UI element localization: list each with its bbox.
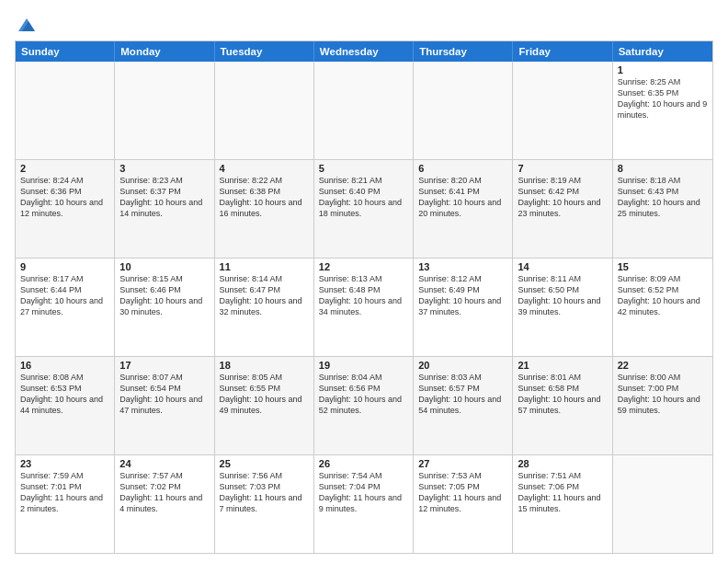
- day-number: 27: [418, 458, 507, 469]
- cal-cell-1-6: 8Sunrise: 8:18 AM Sunset: 6:43 PM Daylig…: [613, 160, 712, 258]
- header-day-tuesday: Tuesday: [215, 41, 314, 62]
- day-number: 17: [119, 360, 209, 371]
- day-number: 6: [418, 163, 507, 174]
- day-number: 13: [418, 261, 507, 272]
- header: [15, 11, 713, 35]
- day-number: 15: [618, 261, 708, 272]
- day-number: 25: [220, 458, 309, 469]
- cell-info: Sunrise: 8:08 AM Sunset: 6:53 PM Dayligh…: [20, 372, 109, 417]
- cal-cell-1-2: 4Sunrise: 8:22 AM Sunset: 6:38 PM Daylig…: [215, 160, 314, 258]
- day-number: 21: [518, 360, 607, 371]
- header-day-wednesday: Wednesday: [314, 41, 414, 62]
- cal-cell-4-6: [613, 455, 712, 553]
- day-number: 9: [20, 261, 109, 272]
- header-day-thursday: Thursday: [414, 41, 513, 62]
- cal-cell-3-6: 22Sunrise: 8:00 AM Sunset: 7:00 PM Dayli…: [613, 357, 712, 454]
- cell-info: Sunrise: 7:54 AM Sunset: 7:04 PM Dayligh…: [319, 470, 408, 515]
- header-day-sunday: Sunday: [16, 41, 115, 62]
- cal-cell-0-3: [314, 62, 414, 159]
- header-day-monday: Monday: [115, 41, 214, 62]
- cell-info: Sunrise: 8:05 AM Sunset: 6:55 PM Dayligh…: [220, 372, 309, 417]
- cal-cell-4-5: 28Sunrise: 7:51 AM Sunset: 7:06 PM Dayli…: [513, 455, 612, 553]
- cell-info: Sunrise: 8:22 AM Sunset: 6:38 PM Dayligh…: [220, 175, 309, 220]
- cal-cell-3-1: 17Sunrise: 8:07 AM Sunset: 6:54 PM Dayli…: [115, 357, 214, 454]
- day-number: 24: [119, 458, 209, 469]
- day-number: 3: [119, 163, 209, 174]
- cal-cell-4-0: 23Sunrise: 7:59 AM Sunset: 7:01 PM Dayli…: [16, 455, 115, 553]
- day-number: 16: [20, 360, 109, 371]
- cal-cell-3-5: 21Sunrise: 8:01 AM Sunset: 6:58 PM Dayli…: [513, 357, 612, 454]
- cell-info: Sunrise: 8:11 AM Sunset: 6:50 PM Dayligh…: [518, 273, 607, 318]
- page: SundayMondayTuesdayWednesdayThursdayFrid…: [0, 0, 728, 563]
- day-number: 26: [319, 458, 408, 469]
- cell-info: Sunrise: 8:24 AM Sunset: 6:36 PM Dayligh…: [20, 175, 109, 220]
- cell-info: Sunrise: 8:23 AM Sunset: 6:37 PM Dayligh…: [119, 175, 209, 220]
- logo-icon: [17, 15, 37, 35]
- cell-info: Sunrise: 8:21 AM Sunset: 6:40 PM Dayligh…: [319, 175, 408, 220]
- cal-cell-4-4: 27Sunrise: 7:53 AM Sunset: 7:05 PM Dayli…: [414, 455, 513, 553]
- cal-cell-1-0: 2Sunrise: 8:24 AM Sunset: 6:36 PM Daylig…: [16, 160, 115, 258]
- cal-cell-3-0: 16Sunrise: 8:08 AM Sunset: 6:53 PM Dayli…: [16, 357, 115, 454]
- cal-cell-2-5: 14Sunrise: 8:11 AM Sunset: 6:50 PM Dayli…: [513, 259, 612, 356]
- cell-info: Sunrise: 8:17 AM Sunset: 6:44 PM Dayligh…: [20, 273, 109, 318]
- day-number: 10: [119, 261, 209, 272]
- cal-cell-2-6: 15Sunrise: 8:09 AM Sunset: 6:52 PM Dayli…: [613, 259, 712, 356]
- cal-cell-4-2: 25Sunrise: 7:56 AM Sunset: 7:03 PM Dayli…: [215, 455, 314, 553]
- cal-cell-3-4: 20Sunrise: 8:03 AM Sunset: 6:57 PM Dayli…: [414, 357, 513, 454]
- cell-info: Sunrise: 7:51 AM Sunset: 7:06 PM Dayligh…: [518, 470, 607, 515]
- cell-info: Sunrise: 8:03 AM Sunset: 6:57 PM Dayligh…: [418, 372, 507, 417]
- cal-cell-0-2: [215, 62, 314, 159]
- cal-cell-2-2: 11Sunrise: 8:14 AM Sunset: 6:47 PM Dayli…: [215, 259, 314, 356]
- calendar-row-0: 1Sunrise: 8:25 AM Sunset: 6:35 PM Daylig…: [16, 62, 712, 159]
- cal-cell-4-3: 26Sunrise: 7:54 AM Sunset: 7:04 PM Dayli…: [314, 455, 414, 553]
- cal-cell-0-5: [513, 62, 612, 159]
- cal-cell-0-4: [414, 62, 513, 159]
- cell-info: Sunrise: 8:25 AM Sunset: 6:35 PM Dayligh…: [618, 76, 708, 121]
- day-number: 8: [618, 163, 708, 174]
- day-number: 28: [518, 458, 607, 469]
- cell-info: Sunrise: 7:56 AM Sunset: 7:03 PM Dayligh…: [220, 470, 309, 515]
- cal-cell-0-6: 1Sunrise: 8:25 AM Sunset: 6:35 PM Daylig…: [613, 62, 712, 159]
- cell-info: Sunrise: 8:04 AM Sunset: 6:56 PM Dayligh…: [319, 372, 408, 417]
- day-number: 14: [518, 261, 607, 272]
- day-number: 1: [618, 64, 708, 75]
- cell-info: Sunrise: 8:00 AM Sunset: 7:00 PM Dayligh…: [618, 372, 708, 417]
- cal-cell-0-1: [115, 62, 214, 159]
- cell-info: Sunrise: 8:09 AM Sunset: 6:52 PM Dayligh…: [618, 273, 708, 318]
- day-number: 11: [220, 261, 309, 272]
- cell-info: Sunrise: 8:18 AM Sunset: 6:43 PM Dayligh…: [618, 175, 708, 220]
- cal-cell-0-0: [16, 62, 115, 159]
- cal-cell-2-3: 12Sunrise: 8:13 AM Sunset: 6:48 PM Dayli…: [314, 259, 414, 356]
- cal-cell-2-1: 10Sunrise: 8:15 AM Sunset: 6:46 PM Dayli…: [115, 259, 214, 356]
- calendar-row-1: 2Sunrise: 8:24 AM Sunset: 6:36 PM Daylig…: [16, 159, 712, 258]
- calendar-body: 1Sunrise: 8:25 AM Sunset: 6:35 PM Daylig…: [16, 62, 712, 553]
- cell-info: Sunrise: 7:57 AM Sunset: 7:02 PM Dayligh…: [119, 470, 209, 515]
- cal-cell-1-5: 7Sunrise: 8:19 AM Sunset: 6:42 PM Daylig…: [513, 160, 612, 258]
- cell-info: Sunrise: 8:20 AM Sunset: 6:41 PM Dayligh…: [418, 175, 507, 220]
- day-number: 7: [518, 163, 607, 174]
- cell-info: Sunrise: 8:14 AM Sunset: 6:47 PM Dayligh…: [220, 273, 309, 318]
- calendar-row-3: 16Sunrise: 8:08 AM Sunset: 6:53 PM Dayli…: [16, 356, 712, 454]
- day-number: 19: [319, 360, 408, 371]
- cal-cell-3-2: 18Sunrise: 8:05 AM Sunset: 6:55 PM Dayli…: [215, 357, 314, 454]
- cell-info: Sunrise: 8:07 AM Sunset: 6:54 PM Dayligh…: [119, 372, 209, 417]
- cell-info: Sunrise: 8:19 AM Sunset: 6:42 PM Dayligh…: [518, 175, 607, 220]
- calendar-row-2: 9Sunrise: 8:17 AM Sunset: 6:44 PM Daylig…: [16, 258, 712, 356]
- day-number: 5: [319, 163, 408, 174]
- cal-cell-2-4: 13Sunrise: 8:12 AM Sunset: 6:49 PM Dayli…: [414, 259, 513, 356]
- cell-info: Sunrise: 8:01 AM Sunset: 6:58 PM Dayligh…: [518, 372, 607, 417]
- cell-info: Sunrise: 8:13 AM Sunset: 6:48 PM Dayligh…: [319, 273, 408, 318]
- cal-cell-4-1: 24Sunrise: 7:57 AM Sunset: 7:02 PM Dayli…: [115, 455, 214, 553]
- cell-info: Sunrise: 8:12 AM Sunset: 6:49 PM Dayligh…: [418, 273, 507, 318]
- day-number: 4: [220, 163, 309, 174]
- cell-info: Sunrise: 7:59 AM Sunset: 7:01 PM Dayligh…: [20, 470, 109, 515]
- calendar: SundayMondayTuesdayWednesdayThursdayFrid…: [15, 40, 713, 554]
- day-number: 23: [20, 458, 109, 469]
- logo: [15, 15, 37, 35]
- calendar-header: SundayMondayTuesdayWednesdayThursdayFrid…: [16, 41, 712, 62]
- day-number: 22: [618, 360, 708, 371]
- cal-cell-1-3: 5Sunrise: 8:21 AM Sunset: 6:40 PM Daylig…: [314, 160, 414, 258]
- header-day-saturday: Saturday: [613, 41, 712, 62]
- cal-cell-1-1: 3Sunrise: 8:23 AM Sunset: 6:37 PM Daylig…: [115, 160, 214, 258]
- cell-info: Sunrise: 7:53 AM Sunset: 7:05 PM Dayligh…: [418, 470, 507, 515]
